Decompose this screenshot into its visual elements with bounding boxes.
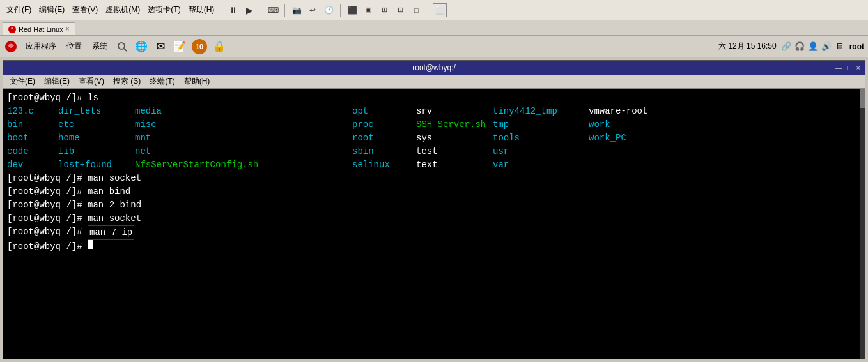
redhat-icon <box>8 26 16 33</box>
toolbar-icons: ⏸ ▶ ⌨ 📷 ↩ 🕐 ⬛ ▣ ⊞ ⊡ □ ⬜ <box>226 3 447 17</box>
terminal-menu-edit[interactable]: 编辑(E) <box>40 75 74 87</box>
snapshot-icon[interactable]: 📷 <box>290 3 304 17</box>
cmd-man-socket-2: [root@wbyq /]# man socket <box>7 212 861 225</box>
svg-line-3 <box>124 49 127 51</box>
command-ls: [root@wbyq /]# ls <box>7 91 861 105</box>
terminal-title: root@wbyq:/ <box>412 63 456 72</box>
vmware-menu-bar: 文件(F) 编辑(E) 查看(V) 虚拟机(M) 选项卡(T) 帮助(H) <box>3 3 218 17</box>
system-menu[interactable]: 系统 <box>89 40 110 53</box>
svg-point-2 <box>118 43 125 49</box>
vmware-menu-edit[interactable]: 编辑(E) <box>35 3 68 17</box>
terminal-menu-help[interactable]: 帮助(H) <box>180 75 214 87</box>
vmware-menu-view[interactable]: 查看(V) <box>68 3 102 17</box>
sys-tray: 🔗 🎧 👤 🔊 🖥 <box>780 41 846 52</box>
places-menu[interactable]: 位置 <box>64 40 84 53</box>
scrollbar-thumb[interactable] <box>860 89 865 108</box>
terminal-menu-file[interactable]: 文件(E) <box>6 75 39 87</box>
cmd-man-7-ip: [root@wbyq /]# man 7 ip <box>7 225 861 240</box>
ls-row-4: code lib net sbin test usr <box>7 145 861 158</box>
view4-icon[interactable]: □ <box>409 3 423 17</box>
toolbar-separator <box>222 4 222 17</box>
tab-bar: Red Hat Linux × <box>0 20 868 36</box>
view1-icon[interactable]: ▣ <box>361 3 375 17</box>
app-bar-left: 应用程序 位置 系统 🌐 ✉ 📝 10 🔒 <box>4 39 713 54</box>
terminal-window: root@wbyq:/ — □ × 文件(E) 编辑(E) 查看(V) 搜索 (… <box>3 60 865 359</box>
terminal-scrollbar[interactable] <box>860 89 865 359</box>
play-icon[interactable]: ▶ <box>242 3 256 17</box>
send-key-icon[interactable]: ⌨ <box>266 3 280 17</box>
current-prompt: [root@wbyq /]# <box>7 240 861 253</box>
tab-redhat[interactable]: Red Hat Linux × <box>3 22 75 35</box>
username-label: root <box>849 42 864 51</box>
display-icon[interactable]: ⬜ <box>433 3 447 17</box>
app-bar-right: 六 12月 15 16:50 🔗 🎧 👤 🔊 🖥 root <box>718 41 864 52</box>
cmd-man-2-bind: [root@wbyq /]# man 2 bind <box>7 199 861 212</box>
vmware-menu-file[interactable]: 文件(F) <box>3 3 35 17</box>
toolbar-sep5 <box>428 4 428 17</box>
terminal-cursor <box>88 240 93 249</box>
ls-row-3: boot home mnt root sys tools work_PC <box>7 132 861 145</box>
volume-icon[interactable]: 🔊 <box>821 41 832 52</box>
cmd-man-socket-1: [root@wbyq /]# man socket <box>7 172 861 185</box>
highlighted-command: man 7 ip <box>88 225 134 240</box>
tab-close-button[interactable]: × <box>66 26 70 33</box>
vmware-menu-vm[interactable]: 虚拟机(M) <box>102 3 144 17</box>
search-icon[interactable] <box>115 40 129 54</box>
terminal-menu-search[interactable]: 搜索 (S) <box>109 75 144 87</box>
clock: 六 12月 15 16:50 <box>718 41 777 52</box>
cmd-man-bind: [root@wbyq /]# man bind <box>7 185 861 199</box>
snapshot2-icon[interactable]: 🕐 <box>322 3 336 17</box>
fullscreen-icon[interactable]: ⬛ <box>345 3 359 17</box>
toolbar-sep3 <box>284 4 285 17</box>
ls-row-5: dev lost+found NfsServerStartConfig.sh s… <box>7 158 861 172</box>
email-icon[interactable]: ✉ <box>153 40 167 54</box>
headphone-icon[interactable]: 🎧 <box>794 41 805 52</box>
terminal-menu-view[interactable]: 查看(V) <box>75 75 108 87</box>
terminal-close-button[interactable]: × <box>855 64 862 72</box>
view3-icon[interactable]: ⊡ <box>393 3 407 17</box>
terminal-minimize-button[interactable]: — <box>833 64 844 72</box>
gnome-panel: 应用程序 位置 系统 🌐 ✉ 📝 10 🔒 六 12月 15 16:50 🔗 <box>0 36 868 57</box>
ls-row-1: 123.c dir_tets media opt srv tiny4412_tm… <box>7 105 861 118</box>
vmware-menu-tabs[interactable]: 选项卡(T) <box>144 3 184 17</box>
user-icon[interactable]: 👤 <box>807 41 819 52</box>
vmware-toolbar: 文件(F) 编辑(E) 查看(V) 虚拟机(M) 选项卡(T) 帮助(H) ⏸ … <box>0 0 868 20</box>
terminal-controls: — □ × <box>833 64 862 72</box>
display-settings-icon[interactable]: 🖥 <box>834 41 846 52</box>
browser-icon[interactable]: 🌐 <box>134 40 148 54</box>
vmware-window: Red Hat Linux × 应用程序 位置 系统 � <box>0 20 868 362</box>
terminal-maximize-button[interactable]: □ <box>845 64 853 72</box>
toolbar-sep2 <box>261 4 261 17</box>
terminal-menu-terminal[interactable]: 终端(T) <box>146 75 178 87</box>
redhat-logo-icon <box>4 40 18 54</box>
ls-row-2: bin etc misc proc SSH_Server.sh tmp work <box>7 118 861 132</box>
tab-label: Red Hat Linux <box>19 26 63 33</box>
pause-icon[interactable]: ⏸ <box>226 3 240 17</box>
vmware-menu-help[interactable]: 帮助(H) <box>185 3 219 17</box>
toolbar-sep4 <box>340 4 341 17</box>
network-icon[interactable]: 🔗 <box>780 41 792 52</box>
terminal-content[interactable]: [root@wbyq /]# ls 123.c dir_tets media o… <box>3 89 865 359</box>
view2-icon[interactable]: ⊞ <box>377 3 391 17</box>
terminal-titlebar: root@wbyq:/ — □ × <box>3 61 865 75</box>
terminal-menubar: 文件(E) 编辑(E) 查看(V) 搜索 (S) 终端(T) 帮助(H) <box>3 75 865 89</box>
text-editor-icon[interactable]: 📝 <box>173 40 187 54</box>
update-badge[interactable]: 10 <box>192 39 207 54</box>
lock-icon[interactable]: 🔒 <box>212 40 226 54</box>
applications-menu[interactable]: 应用程序 <box>23 40 59 53</box>
revert-icon[interactable]: ↩ <box>306 3 320 17</box>
